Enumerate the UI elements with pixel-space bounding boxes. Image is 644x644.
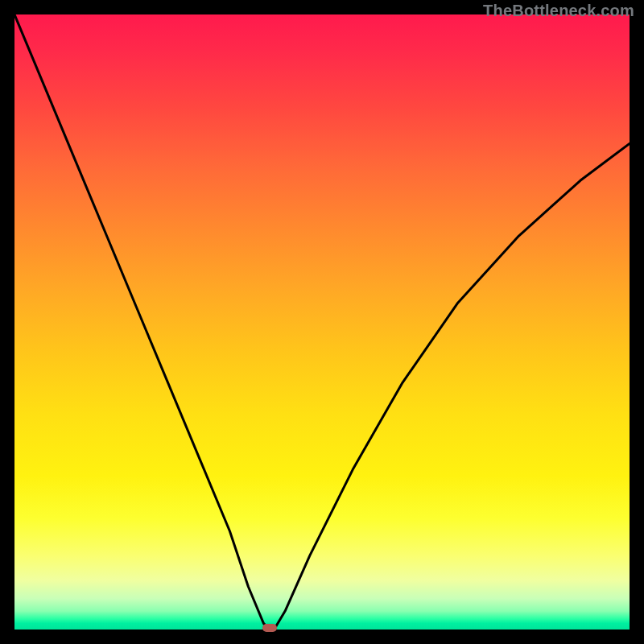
optimum-marker [262,624,277,632]
bottleneck-curve [14,14,630,630]
chart-frame [14,14,630,630]
watermark: TheBottleneck.com [483,2,634,20]
